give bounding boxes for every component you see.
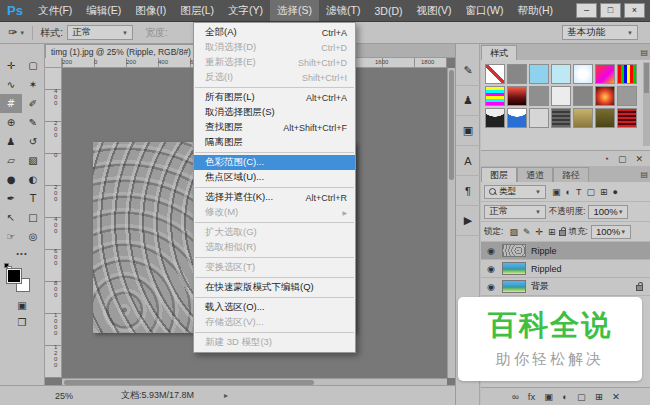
blend-mode-dropdown[interactable]: 正常 ▼ (484, 205, 546, 219)
menu-item[interactable]: 扩大选取(G) (194, 225, 355, 240)
menu-item[interactable]: 所有图层(L)Alt+Ctrl+A (194, 90, 355, 105)
menu-item[interactable]: 修改(M)▶ (194, 205, 355, 220)
filter-pin-icon[interactable]: ● (613, 187, 618, 197)
filter-pixel-icon[interactable]: ▣ (552, 187, 561, 197)
menubar-item[interactable]: 视图(V) (410, 0, 459, 21)
tab-通道[interactable]: 通道 (517, 167, 553, 182)
menubar-item[interactable]: 图像(I) (128, 0, 173, 21)
menu-item[interactable]: 选取相似(R) (194, 240, 355, 255)
horizontal-scrollbar[interactable] (62, 378, 447, 385)
style-swatch[interactable] (485, 64, 505, 84)
style-swatch[interactable] (529, 108, 549, 128)
quick-select-tool[interactable]: ✶ (22, 75, 44, 94)
layer-row[interactable]: ◉Ripple (481, 242, 650, 260)
filter-smart-object-icon[interactable]: ⊞ (600, 187, 608, 197)
visibility-eye-icon[interactable]: ◉ (485, 246, 497, 256)
clone-stamp-tool[interactable]: ♟ (0, 132, 22, 151)
menu-item[interactable]: 隔离图层 (194, 135, 355, 150)
shape-tool[interactable]: □ (22, 208, 44, 227)
pen-tool[interactable]: ✒ (0, 189, 22, 208)
marquee-tool[interactable]: ▢ (22, 56, 44, 75)
style-swatch[interactable] (551, 64, 571, 84)
panel-menu-icon[interactable]: ▤ (640, 48, 648, 57)
gradient-tool[interactable]: ▧ (22, 151, 44, 170)
style-swatch[interactable] (595, 64, 615, 84)
document-tab[interactable]: timg (1).jpg @ 25% (Ripple, RGB/8#) * × (45, 44, 213, 58)
style-swatch[interactable] (573, 64, 593, 84)
panel-menu-icon[interactable]: ▤ (640, 170, 648, 179)
paragraph-panel-icon[interactable]: ¶ (456, 176, 480, 206)
filter-type-icon[interactable]: T (576, 187, 582, 197)
filter-adjustment-icon[interactable]: ◐ (566, 187, 571, 197)
style-swatch[interactable] (595, 108, 615, 128)
menubar-item[interactable]: 文字(Y) (221, 0, 270, 21)
clone-source-panel-icon[interactable]: ♟ (456, 86, 480, 116)
menu-item[interactable]: 取消选择(D)Ctrl+D (194, 40, 355, 55)
quick-mask-button[interactable]: ▣ (0, 297, 44, 314)
style-swatch[interactable] (573, 86, 593, 106)
lock-artboard-icon[interactable]: ⊞ (548, 227, 556, 237)
menu-item[interactable]: 载入选区(O)... (194, 300, 355, 315)
menubar-item[interactable]: 选择(S) (270, 0, 319, 21)
lock-all-icon[interactable] (559, 230, 566, 236)
window-close-button[interactable]: × (624, 3, 645, 18)
type-tool[interactable]: T (22, 189, 44, 208)
layer-mask-icon[interactable]: ▣ (544, 391, 553, 402)
filter-shape-icon[interactable]: ▢ (586, 187, 595, 197)
lock-paint-icon[interactable]: ✎ (523, 227, 531, 237)
style-swatch[interactable] (507, 64, 527, 84)
brush-settings-panel-icon[interactable]: ✎ (456, 56, 480, 86)
zoom-level[interactable]: 25% (55, 391, 73, 401)
menu-item[interactable]: 存储选区(V)... (194, 315, 355, 330)
libraries-panel-icon[interactable]: ▣ (456, 116, 480, 146)
opacity-dropdown[interactable]: 100% ▼ (588, 205, 628, 219)
style-swatch[interactable] (551, 108, 571, 128)
menu-item[interactable]: 反选(I)Shift+Ctrl+I (194, 70, 355, 85)
new-layer-icon[interactable]: ⊞ (595, 391, 603, 402)
filter-type-dropdown[interactable]: 类型 ▼ (484, 185, 546, 199)
scrollbar-thumb[interactable] (449, 70, 454, 180)
style-swatch[interactable] (595, 86, 615, 106)
menu-item[interactable]: 色彩范围(C)... (194, 155, 355, 170)
style-swatch[interactable] (529, 64, 549, 84)
menu-item[interactable]: 焦点区域(U)... (194, 170, 355, 185)
styles-scrollbar[interactable] (643, 62, 650, 146)
eraser-tool[interactable]: ▱ (0, 151, 22, 170)
menu-item[interactable]: 新建 3D 模型(3) (194, 335, 355, 350)
scrollbar-thumb[interactable] (644, 63, 649, 93)
tab-图层[interactable]: 图层 (481, 167, 517, 182)
menubar-item[interactable]: 帮助(H) (510, 0, 560, 21)
delete-style-icon[interactable]: ✕ (635, 154, 643, 164)
actions-panel-icon[interactable]: ▶ (456, 206, 480, 236)
tab-styles[interactable]: 样式 (481, 45, 517, 60)
move-tool[interactable]: ✛ (0, 56, 22, 75)
hand-tool[interactable]: ☞ (0, 227, 22, 246)
style-swatch[interactable] (573, 108, 593, 128)
lock-move-icon[interactable]: ✛ (535, 227, 543, 237)
healing-brush-tool[interactable]: ⊕ (0, 113, 22, 132)
lock-transparency-icon[interactable]: ▨ (509, 227, 518, 237)
style-swatch[interactable] (507, 108, 527, 128)
style-swatch[interactable] (617, 86, 637, 106)
tool-preset-picker[interactable]: ✑ ▼ (8, 26, 25, 39)
lasso-tool[interactable]: ∿ (0, 75, 22, 94)
character-panel-icon[interactable]: A (456, 146, 480, 176)
eyedropper-tool[interactable]: ✐ (22, 94, 44, 113)
tab-路径[interactable]: 路径 (553, 167, 589, 182)
workspace-dropdown[interactable]: 基本功能 ▼ (562, 25, 638, 40)
style-swatch[interactable] (551, 86, 571, 106)
menubar-item[interactable]: 编辑(E) (79, 0, 128, 21)
more-tools-button[interactable]: ••• (0, 246, 44, 261)
status-chevron-icon[interactable]: ▸ (224, 391, 228, 400)
layer-row[interactable]: ◉Rippled (481, 260, 650, 278)
menubar-item[interactable]: 3D(D) (368, 0, 410, 21)
style-swatch[interactable] (617, 64, 637, 84)
fill-dropdown[interactable]: 100% ▼ (591, 225, 631, 239)
path-select-tool[interactable]: ↖ (0, 208, 22, 227)
menu-item[interactable]: 全部(A)Ctrl+A (194, 25, 355, 40)
menubar-item[interactable]: 图层(L) (173, 0, 221, 21)
layer-row[interactable]: ◉背景 (481, 278, 650, 296)
style-swatch[interactable] (507, 86, 527, 106)
screen-mode-button[interactable]: ❐ (0, 314, 44, 331)
history-brush-tool[interactable]: ↺ (22, 132, 44, 151)
